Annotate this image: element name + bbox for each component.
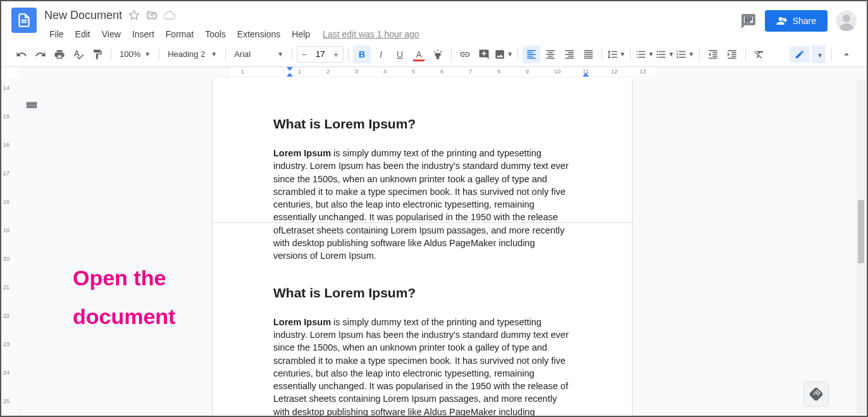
editing-mode-button[interactable] <box>790 46 810 63</box>
underline-button[interactable]: U <box>391 46 409 63</box>
cloud-status-icon[interactable] <box>164 9 175 21</box>
bulleted-list-button[interactable]: ▼ <box>655 46 674 63</box>
font-size-input[interactable] <box>311 49 329 59</box>
vertical-scrollbar[interactable] <box>857 80 865 414</box>
decrease-indent-button[interactable] <box>704 46 722 63</box>
insert-comment-button[interactable] <box>475 46 493 63</box>
checklist-button[interactable]: ▼ <box>635 46 654 63</box>
collapse-toolbar-button[interactable] <box>838 46 855 63</box>
font-size-increase[interactable]: + <box>329 47 343 62</box>
insert-image-button[interactable]: ▼ <box>494 46 513 63</box>
align-right-button[interactable] <box>561 46 578 63</box>
outline-button[interactable] <box>25 99 40 114</box>
align-justify-button[interactable] <box>580 46 597 63</box>
font-size-decrease[interactable]: − <box>297 47 311 62</box>
handwritten-annotation: Open the document <box>73 259 175 336</box>
print-button[interactable] <box>51 46 68 63</box>
clear-formatting-button[interactable] <box>750 46 768 63</box>
menu-file[interactable]: File <box>44 27 69 42</box>
align-left-button[interactable] <box>523 46 540 63</box>
last-edit-link[interactable]: Last edit was 1 hour ago <box>323 29 419 39</box>
numbered-list-button[interactable]: ▼ <box>676 46 695 63</box>
text-color-button[interactable]: A <box>410 46 428 63</box>
scrollbar-thumb[interactable] <box>858 200 864 263</box>
zoom-select[interactable]: 100%▼ <box>116 47 154 61</box>
share-label: Share <box>793 16 816 26</box>
docs-logo[interactable] <box>11 8 37 33</box>
editing-mode-dropdown[interactable]: ▼ <box>812 46 826 63</box>
user-avatar[interactable] <box>836 11 857 31</box>
style-select[interactable]: Heading 2▼ <box>164 47 221 61</box>
redo-button[interactable] <box>32 46 49 63</box>
vertical-ruler[interactable]: 141516171819202122232425 <box>1 78 19 416</box>
spellcheck-button[interactable] <box>70 46 87 63</box>
align-center-button[interactable] <box>542 46 559 63</box>
menu-edit[interactable]: Edit <box>70 27 96 42</box>
menu-insert[interactable]: Insert <box>127 27 159 42</box>
comment-history-icon[interactable] <box>741 13 756 28</box>
font-select[interactable]: Arial▼ <box>230 47 287 61</box>
move-icon[interactable] <box>146 9 158 21</box>
paint-format-button[interactable] <box>89 46 106 63</box>
horizontal-ruler[interactable]: 112345678910111213 <box>19 67 867 77</box>
page-break-indicator <box>212 222 633 223</box>
menu-extensions[interactable]: Extensions <box>232 27 285 42</box>
svg-point-1 <box>843 15 850 22</box>
increase-indent-button[interactable] <box>723 46 741 63</box>
menu-help[interactable]: Help <box>287 27 315 42</box>
menu-tools[interactable]: Tools <box>200 27 231 42</box>
star-icon[interactable] <box>128 9 140 21</box>
menu-view[interactable]: View <box>97 27 126 42</box>
line-spacing-button[interactable]: ▼ <box>607 46 626 63</box>
undo-button[interactable] <box>13 46 30 63</box>
highlight-button[interactable] <box>429 46 447 63</box>
doc-paragraph-2[interactable]: Lorem Ipsum is simply dummy text of the … <box>273 316 571 416</box>
document-title[interactable]: New Document <box>44 9 122 22</box>
bold-button[interactable]: B <box>353 46 371 63</box>
share-button[interactable]: Share <box>765 10 828 32</box>
explore-button[interactable] <box>803 382 829 407</box>
menu-format[interactable]: Format <box>161 27 199 42</box>
doc-heading-2[interactable]: What is Lorem Ipsum? <box>273 285 571 301</box>
insert-link-button[interactable] <box>456 46 474 63</box>
document-page[interactable]: What is Lorem Ipsum? Lorem Ipsum is simp… <box>212 78 633 416</box>
italic-button[interactable]: I <box>372 46 390 63</box>
doc-heading-1[interactable]: What is Lorem Ipsum? <box>273 116 571 132</box>
doc-paragraph-1[interactable]: Lorem Ipsum is simply dummy text of the … <box>273 147 571 263</box>
